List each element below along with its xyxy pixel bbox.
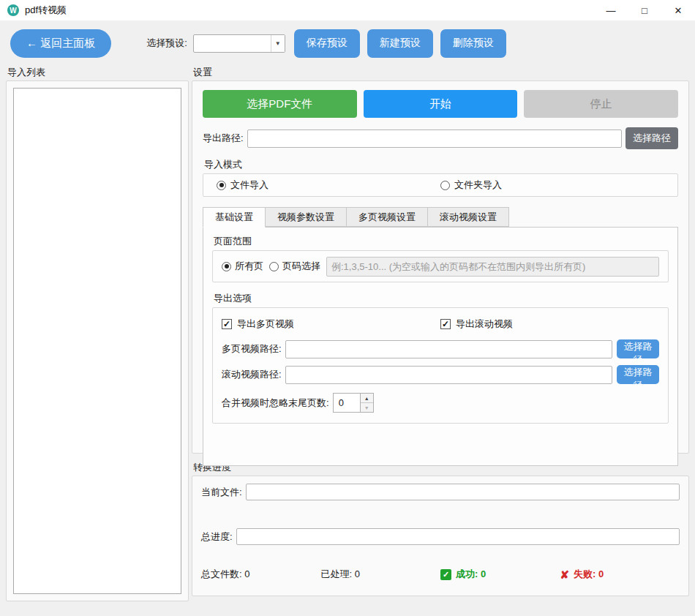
titlebar: W pdf转视频 — □ ✕ [0,0,695,20]
stat-total-files: 总文件数: 0 [201,568,321,581]
export-options-title: 导出选项 [214,292,669,305]
multipage-path-row: 多页视频路径: 选择路径 [222,339,659,358]
radio-all-pages-label: 所有页 [235,260,263,273]
settings-title: 设置 [193,66,689,79]
checkbox-scroll-label: 导出滚动视频 [456,318,513,331]
stepper-up-icon[interactable]: ▲ [361,394,373,402]
settings-tabbar: 基础设置 视频参数设置 多页视频设置 滚动视频设置 [203,207,678,227]
success-icon: ✓ [440,569,451,580]
radio-all-pages[interactable]: 所有页 [222,260,263,273]
multipage-path-choose-button[interactable]: 选择路径 [617,339,659,358]
scroll-path-row: 滚动视频路径: 选择路径 [222,365,659,384]
window-title: pdf转视频 [25,4,67,17]
settings-panel: 设置 选择PDF文件 开始 停止 导出路径: 选择路径 导入模式 文件导入 [192,66,689,601]
current-file-label: 当前文件: [201,486,242,499]
radio-file-import[interactable]: 文件导入 [217,179,440,192]
close-icon[interactable]: ✕ [661,0,695,20]
maximize-icon[interactable]: □ [628,0,661,20]
export-path-row: 导出路径: 选择路径 [203,127,678,149]
tab-scroll-video[interactable]: 滚动视频设置 [428,207,509,227]
export-path-input[interactable] [247,129,622,148]
export-path-label: 导出路径: [203,132,244,145]
toolbar: ← 返回主面板 选择预设: ▼ 保存预设 新建预设 删除预设 [0,20,695,66]
stats-row: 总文件数: 0 已处理: 0 ✓ 成功: 0 ✘ 失败: 0 [201,568,680,581]
import-list-groupbox [6,80,189,601]
radio-checked-icon[interactable] [217,181,226,190]
scroll-path-label: 滚动视频路径: [222,368,282,381]
checkbox-scroll-video[interactable]: ✓ 导出滚动视频 [440,318,659,331]
tab-multipage-video[interactable]: 多页视频设置 [347,207,428,227]
checkbox-checked-icon[interactable]: ✓ [222,319,232,329]
page-range-title: 页面范围 [214,235,669,248]
scroll-path-choose-button[interactable]: 选择路径 [617,365,659,384]
back-to-main-button[interactable]: ← 返回主面板 [10,29,111,58]
settings-groupbox: 选择PDF文件 开始 停止 导出路径: 选择路径 导入模式 文件导入 文件夹导入 [192,80,689,454]
total-progress-row: 总进度: [201,528,680,545]
new-preset-button[interactable]: 新建预设 [367,29,433,58]
select-pdf-button[interactable]: 选择PDF文件 [203,90,357,118]
preset-combobox-value [194,35,271,52]
chevron-down-icon[interactable]: ▼ [271,35,285,52]
checkbox-checked-icon[interactable]: ✓ [440,319,451,329]
scroll-path-input[interactable] [285,366,612,384]
radio-unchecked-icon[interactable] [269,262,279,271]
import-list-panel: 导入列表 [6,66,189,601]
radio-unchecked-icon[interactable] [440,181,450,190]
tab-video-params[interactable]: 视频参数设置 [266,207,347,227]
minimize-icon[interactable]: — [594,0,628,20]
import-mode-title: 导入模式 [204,158,678,171]
export-path-choose-button[interactable]: 选择路径 [626,127,678,149]
radio-page-select-label: 页码选择 [282,260,320,273]
stat-processed: 已处理: 0 [321,568,441,581]
stepper-arrows: ▲ ▼ [361,393,374,413]
delete-preset-button[interactable]: 删除预设 [440,29,506,58]
import-list-title: 导入列表 [7,66,189,79]
window-controls: — □ ✕ [594,0,695,20]
stat-failed-label: 失败: 0 [574,568,604,581]
save-preset-button[interactable]: 保存预设 [294,29,360,58]
current-file-row: 当前文件: [201,484,680,500]
total-progressbar [236,528,680,545]
stepper-down-icon[interactable]: ▼ [361,402,373,412]
ignore-pages-value[interactable]: 0 [333,393,361,413]
preset-select-label: 选择预设: [146,37,187,50]
import-file-list[interactable] [13,88,181,594]
radio-file-import-label: 文件导入 [230,179,268,192]
radio-folder-import-label: 文件夹导入 [454,179,502,192]
action-buttons-row: 选择PDF文件 开始 停止 [203,90,678,118]
import-mode-groupbox: 文件导入 文件夹导入 [203,173,678,197]
ignore-pages-label: 合并视频时忽略末尾页数: [222,397,329,410]
checkbox-multipage-label: 导出多页视频 [237,318,294,331]
stat-failed: ✘ 失败: 0 [560,568,680,581]
failure-icon: ✘ [560,569,570,580]
stat-success-label: 成功: 0 [456,568,486,581]
app-icon: W [7,4,19,16]
tab-basic-settings[interactable]: 基础设置 [203,207,266,228]
preset-combobox[interactable]: ▼ [193,34,285,53]
current-file-progressbar [246,484,680,500]
radio-folder-import[interactable]: 文件夹导入 [440,179,664,192]
checkbox-multipage-video[interactable]: ✓ 导出多页视频 [222,318,440,331]
multipage-path-input[interactable] [285,340,612,358]
total-progress-label: 总进度: [201,530,233,544]
stat-success: ✓ 成功: 0 [440,568,560,581]
multipage-path-label: 多页视频路径: [222,342,282,356]
radio-page-select[interactable]: 页码选择 [269,260,320,273]
ignore-pages-row: 合并视频时忽略末尾页数: 0 ▲ ▼ [222,393,659,413]
radio-checked-icon[interactable] [222,262,231,271]
main-content: 导入列表 设置 选择PDF文件 开始 停止 导出路径: 选择路径 导入模式 [0,66,695,601]
export-checkbox-row: ✓ 导出多页视频 ✓ 导出滚动视频 [222,315,659,333]
page-range-groupbox: 所有页 页码选择 [212,250,669,282]
stop-button: 停止 [524,90,678,118]
start-button[interactable]: 开始 [364,90,518,118]
page-numbers-input [326,257,659,277]
export-options-groupbox: ✓ 导出多页视频 ✓ 导出滚动视频 多页视频路径: 选择路径 [212,307,669,424]
basic-settings-tabpanel: 页面范围 所有页 页码选择 导出选项 [203,227,678,466]
progress-groupbox: 当前文件: 总进度: 总文件数: 0 已处理: 0 ✓ 成功: 0 ✘ 失败: … [192,476,689,596]
ignore-pages-stepper[interactable]: 0 ▲ ▼ [333,393,374,413]
